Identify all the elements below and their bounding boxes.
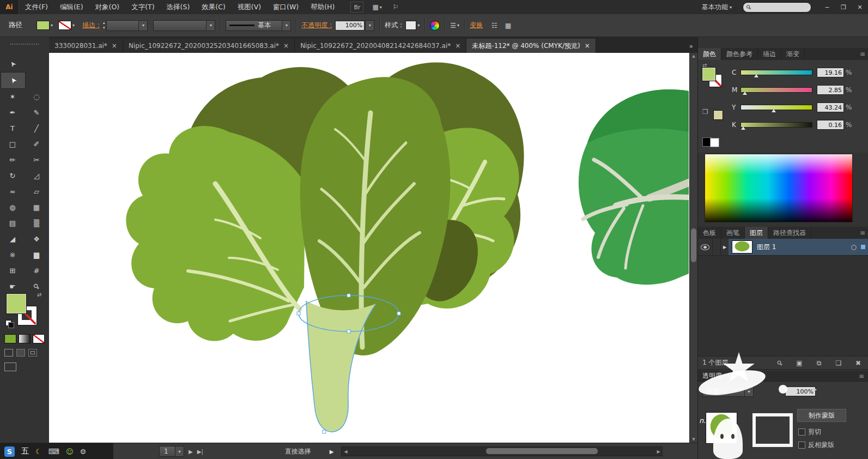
perspective-grid-tool[interactable]: ▦ (25, 200, 48, 215)
minimize-button[interactable]: ─ (819, 1, 835, 13)
opacity-dropdown-arrow[interactable]: ▾ (365, 20, 374, 31)
scroll-down-icon[interactable]: ▼ (690, 437, 697, 442)
channel-value-field[interactable]: 0.16 (817, 120, 844, 130)
make-clip-mask-icon[interactable]: ▣ (793, 358, 805, 368)
keyboard-icon[interactable]: ⌨ (48, 447, 59, 456)
swap-fill-stroke-icon[interactable]: ⇄ (37, 292, 41, 298)
document-tab[interactable]: 3330028031.ai*× (49, 39, 123, 53)
menu-effect[interactable]: 效果(C) (196, 0, 231, 14)
opacity-stepper-icon[interactable]: ▶ (814, 387, 817, 392)
tab-close-icon[interactable]: × (112, 42, 117, 50)
locate-object-icon[interactable]: ♀ (772, 355, 787, 370)
direct-selection-tool[interactable]: ➤ (1, 72, 26, 89)
lasso-tool[interactable]: ◌ (25, 89, 48, 105)
tab-brushes[interactable]: 画笔 (721, 227, 745, 239)
share-icon[interactable]: ⚐ (393, 3, 399, 11)
toolbar-grip[interactable] (0, 37, 50, 53)
tab-close-icon[interactable]: × (283, 42, 289, 50)
magic-wand-tool[interactable]: ✶ (1, 89, 25, 105)
slider-thumb[interactable] (772, 109, 776, 112)
scissors-tool[interactable]: ✂ (25, 152, 48, 168)
tab-gradient[interactable]: 渐变 (781, 48, 805, 60)
scale-tool[interactable]: ◿ (25, 168, 48, 184)
new-sublayer-icon[interactable]: ⧉ (813, 358, 825, 368)
fill-color-dropdown[interactable]: ▾ (37, 21, 53, 30)
channel-slider[interactable] (740, 105, 812, 110)
channel-value-field[interactable]: 2.85 (817, 85, 844, 95)
status-step-icon[interactable]: ▶ (330, 449, 334, 455)
white-swatch[interactable] (710, 138, 719, 147)
restore-button[interactable]: ❐ (835, 1, 852, 13)
none-mode-button[interactable] (33, 334, 45, 343)
document-tab-active[interactable]: 未标题-112* @ 400% (CMYK/预览)× (466, 39, 596, 53)
style-dropdown[interactable]: ▾ (405, 21, 420, 30)
shape-builder-tool[interactable]: ◍ (1, 200, 25, 215)
clip-checkbox[interactable]: 剪切 (798, 427, 821, 437)
menu-edit[interactable]: 编辑(E) (54, 0, 89, 14)
channel-slider[interactable] (740, 122, 812, 128)
color-mode-button[interactable] (4, 334, 16, 343)
slice-tool[interactable]: # (25, 263, 48, 279)
layer-visibility-toggle[interactable] (698, 239, 713, 255)
blend-tool[interactable]: ❖ (25, 231, 48, 247)
gradient-tool[interactable]: ▒ (25, 215, 48, 231)
close-button[interactable]: ✕ (852, 1, 868, 13)
artwork-lettuce[interactable] (49, 53, 689, 443)
stroke-panel-link[interactable]: 描边 : (82, 21, 100, 30)
menu-view[interactable]: 视图(V) (232, 0, 267, 14)
channel-value-field[interactable]: 43.24 (817, 102, 844, 112)
fill-proxy[interactable] (7, 294, 26, 313)
transparency-opacity-field[interactable]: 100% (785, 386, 816, 396)
opacity-value-field[interactable]: 100% (335, 21, 365, 31)
canvas[interactable]: ▲ ▼ (49, 53, 697, 443)
menu-object[interactable]: 对象(O) (89, 0, 126, 14)
fill-stroke-control[interactable]: ⇄ (5, 292, 45, 328)
gradient-mode-button[interactable] (19, 334, 31, 343)
panel-menu-icon[interactable]: ≡ (860, 50, 868, 58)
color-spectrum[interactable] (705, 154, 853, 222)
layer-lock-cell[interactable] (713, 239, 721, 255)
artboard-number-dropdown[interactable]: 1 ▾ (159, 446, 184, 457)
tab-overflow-icon[interactable]: » (689, 43, 697, 50)
stroke-weight-dropdown[interactable]: ▾ (106, 20, 148, 31)
menu-type[interactable]: 文字(T) (125, 0, 160, 14)
horizontal-scroll-thumb[interactable] (486, 448, 598, 454)
delete-layer-icon[interactable]: ✖ (852, 358, 864, 368)
rectangle-tool[interactable]: □ (1, 136, 25, 152)
stroke-color-dropdown[interactable]: ▾ (58, 21, 75, 30)
eyedropper-tool[interactable]: ◢ (1, 231, 25, 247)
slider-thumb[interactable] (754, 74, 758, 77)
panel-menu-icon[interactable]: ≡ (859, 372, 864, 380)
menu-file[interactable]: 文件(F) (19, 0, 54, 14)
line-segment-tool[interactable]: ╱ (25, 120, 48, 136)
ime-toolbar[interactable]: S 五 ☾ ⌨ ☺ ⚙ (0, 443, 113, 459)
symbol-sprayer-tool[interactable]: ※ (1, 247, 25, 263)
add-anchor-point-tool[interactable]: ✎ (25, 105, 48, 120)
brush-definition-dropdown[interactable]: ▾ (153, 20, 215, 31)
layer-row[interactable]: ▶ 图层 1 ○ (698, 239, 868, 256)
out-of-gamut-cube-icon[interactable]: ❒ (702, 108, 708, 116)
ime-mode-label[interactable]: 五 (21, 446, 29, 456)
workspace-switcher[interactable]: 基本功能▾ (702, 3, 732, 12)
make-mask-button[interactable]: 制作蒙版 (797, 409, 846, 422)
arrange-documents-button[interactable]: ▦▾ (372, 3, 381, 11)
ime-logo[interactable]: S (4, 446, 15, 457)
tab-close-icon[interactable]: × (455, 42, 460, 50)
tab-color-guide[interactable]: 颜色参考 (721, 48, 758, 60)
transform-panel-link[interactable]: 变换 (470, 21, 483, 30)
screen-mode-button[interactable] (4, 363, 16, 371)
document-tab[interactable]: Nipic_10922672_20200325203401665083.ai*× (123, 39, 295, 53)
draw-normal-button[interactable] (4, 349, 13, 357)
tab-color[interactable]: 颜色 (698, 48, 721, 60)
draw-inside-button[interactable] (28, 349, 37, 357)
layer-row-selected[interactable]: 图层 1 ○ (729, 239, 868, 255)
next-artboard-icon[interactable]: ▶ (189, 449, 193, 455)
channel-slider[interactable] (740, 70, 812, 75)
vertical-scroll-thumb[interactable] (691, 228, 696, 262)
slider-thumb[interactable] (741, 126, 745, 130)
align-dropdown[interactable]: ☰▾ (450, 22, 459, 29)
panel-fill-proxy[interactable] (702, 68, 715, 81)
free-transform-tool[interactable]: ▱ (25, 184, 48, 200)
new-layer-icon[interactable]: ❏ (833, 358, 845, 368)
tab-pathfinder[interactable]: 路径查找器 (768, 227, 811, 239)
